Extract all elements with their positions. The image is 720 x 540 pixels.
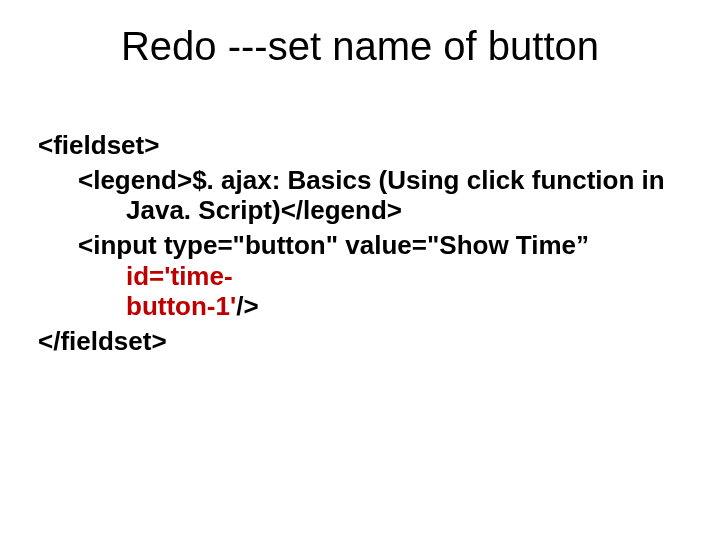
slide-body: <fieldset> <legend>$. ajax: Basics (Usin…: [38, 130, 678, 361]
code-text: Java. Script)</legend>: [126, 195, 402, 225]
code-line-fieldset-close: </fieldset>: [38, 326, 678, 357]
code-text: <legend>$. ajax: Basics (Using click fun…: [78, 165, 665, 195]
code-text: <input type="button" value="Show Time”: [78, 230, 589, 260]
code-line-fieldset-open: <fieldset>: [38, 130, 678, 161]
slide: Redo ---set name of button <fieldset> <l…: [0, 0, 720, 540]
slide-title: Redo ---set name of button: [0, 24, 720, 69]
code-line-legend: <legend>$. ajax: Basics (Using click fun…: [78, 165, 678, 226]
code-line-input: <input type="button" value="Show Time” i…: [78, 230, 678, 322]
code-text: />: [236, 291, 258, 321]
code-highlight-id: id='time-: [126, 261, 233, 291]
code-highlight-id: button-1': [126, 291, 236, 321]
